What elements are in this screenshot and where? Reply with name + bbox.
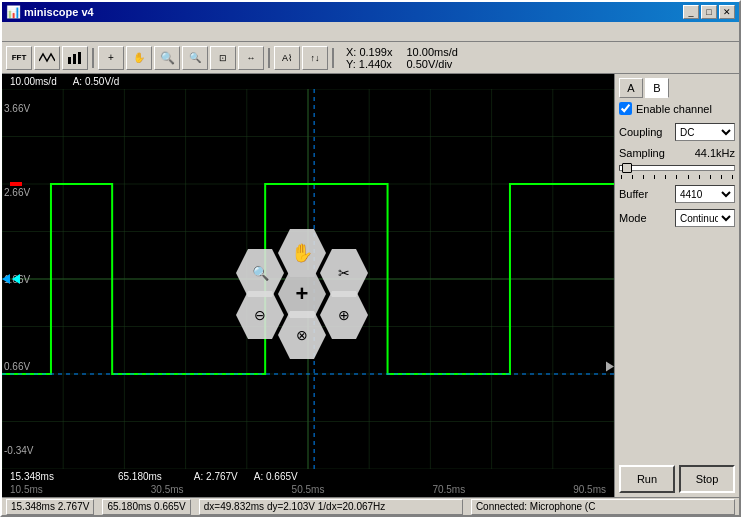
zoom-x-button[interactable]: ↔ <box>238 46 264 70</box>
status-bar: 15.348ms 2.767V 65.180ms 0.665V dx=49.83… <box>2 497 739 515</box>
status-connection: Connected: Microphone (C <box>471 499 735 515</box>
footer-a1: A: 2.767V <box>194 471 238 482</box>
scope-area: 10.00ms/d A: 0.50V/d ✋ 🔍 ✂ + ⊖ ⊕ ⊗ <box>2 74 614 497</box>
coupling-row: Coupling DC AC GND <box>619 123 735 141</box>
sep1 <box>92 48 94 68</box>
scope-time-header: 10.00ms/d <box>10 76 57 87</box>
channel-b-tab[interactable]: B <box>645 78 669 98</box>
buffer-select[interactable]: 4410 8820 1024 <box>675 185 735 203</box>
app-icon: 📊 <box>6 5 20 19</box>
zoom-in-button[interactable]: 🔍 <box>154 46 180 70</box>
sampling-value: 44.1kHz <box>695 147 735 159</box>
maximize-button[interactable]: □ <box>701 5 717 19</box>
status-coord1: 15.348ms 2.767V <box>6 499 94 515</box>
footer-a2: A: 0.665V <box>254 471 298 482</box>
sampling-slider-container <box>619 165 735 179</box>
footer-time2: 65.180ms <box>118 471 162 482</box>
svg-rect-1 <box>73 54 76 64</box>
scale-display: 10.00ms/d 0.50V/div <box>406 46 457 70</box>
hand-button[interactable]: ✋ <box>126 46 152 70</box>
scope-button[interactable] <box>34 46 60 70</box>
slider-ticks <box>619 175 735 179</box>
channel-enable-row: Enable channel <box>619 102 735 115</box>
toolbar: FFT + ✋ 🔍 🔍 ⊡ ↔ A⌇ ↑↓ X: 0.199x Y: 1.440… <box>2 42 739 74</box>
scope-timescale: 10.5ms 30.5ms 50.5ms 70.5ms 90.5ms <box>2 484 614 497</box>
fft-button[interactable]: FFT <box>6 46 32 70</box>
mode-label: Mode <box>619 212 647 224</box>
close-button[interactable]: ✕ <box>719 5 735 19</box>
status-coord2: 65.180ms 0.665V <box>102 499 190 515</box>
time-label-4: 70.5ms <box>432 484 465 495</box>
svg-rect-2 <box>78 52 81 64</box>
zoom-out-button[interactable]: 🔍 <box>182 46 208 70</box>
sep2 <box>268 48 270 68</box>
title-bar: 📊 miniscope v4 _ □ ✕ <box>2 2 739 22</box>
coord-display: X: 0.199x Y: 1.440x <box>346 46 392 70</box>
title-bar-left: 📊 miniscope v4 <box>6 5 94 19</box>
channel-a-tab[interactable]: A <box>619 78 643 98</box>
slider-track <box>619 165 735 171</box>
measure-button[interactable]: A⌇ <box>274 46 300 70</box>
trigger-button[interactable]: ↑↓ <box>302 46 328 70</box>
run-button[interactable]: Run <box>619 465 675 493</box>
coupling-label: Coupling <box>619 126 662 138</box>
svg-rect-0 <box>68 57 71 64</box>
title-bar-buttons: _ □ ✕ <box>683 5 735 19</box>
scope-volt-header: A: 0.50V/d <box>73 76 120 87</box>
scope-canvas[interactable]: ✋ 🔍 ✂ + ⊖ ⊕ ⊗ <box>2 89 614 469</box>
buffer-label: Buffer <box>619 188 648 200</box>
buffer-row: Buffer 4410 8820 1024 <box>619 185 735 203</box>
time-label-2: 30.5ms <box>151 484 184 495</box>
scope-footer: 15.348ms 65.180ms A: 2.767V A: 0.665V <box>2 469 614 484</box>
enable-channel-checkbox[interactable] <box>619 102 632 115</box>
time-div: 10.00ms/d <box>406 46 457 58</box>
x-coord: X: 0.199x <box>346 46 392 58</box>
zoom-fit-button[interactable]: ⊡ <box>210 46 236 70</box>
right-panel: A B Enable channel Coupling DC AC GND Sa… <box>614 74 739 497</box>
minimize-button[interactable]: _ <box>683 5 699 19</box>
channel-tabs: A B <box>619 78 735 98</box>
coupling-select[interactable]: DC AC GND <box>675 123 735 141</box>
window-title: miniscope v4 <box>24 6 94 18</box>
time-label-5: 90.5ms <box>573 484 606 495</box>
chart-button[interactable] <box>62 46 88 70</box>
run-stop-buttons: Run Stop <box>619 457 735 493</box>
menu-bar <box>2 22 739 42</box>
scope-header: 10.00ms/d A: 0.50V/d <box>2 74 614 89</box>
mode-select[interactable]: Continuous Single Scan <box>675 209 735 227</box>
main-window: 📊 miniscope v4 _ □ ✕ FFT + ✋ 🔍 🔍 ⊡ ↔ A⌇ … <box>0 0 741 517</box>
time-label-1: 10.5ms <box>10 484 43 495</box>
footer-time1: 15.348ms <box>10 471 54 482</box>
volt-div: 0.50V/div <box>406 58 457 70</box>
cursor-button[interactable]: + <box>98 46 124 70</box>
main-content: 10.00ms/d A: 0.50V/d ✋ 🔍 ✂ + ⊖ ⊕ ⊗ <box>2 74 739 497</box>
sep3 <box>332 48 334 68</box>
mode-row: Mode Continuous Single Scan <box>619 209 735 227</box>
time-label-3: 50.5ms <box>292 484 325 495</box>
status-delta: dx=49.832ms dy=2.103V 1/dx=20.067Hz <box>199 499 463 515</box>
stop-button[interactable]: Stop <box>679 465 735 493</box>
enable-channel-label: Enable channel <box>636 103 712 115</box>
sampling-label: Sampling <box>619 147 665 159</box>
sampling-row: Sampling 44.1kHz <box>619 147 735 159</box>
y-coord: Y: 1.440x <box>346 58 392 70</box>
